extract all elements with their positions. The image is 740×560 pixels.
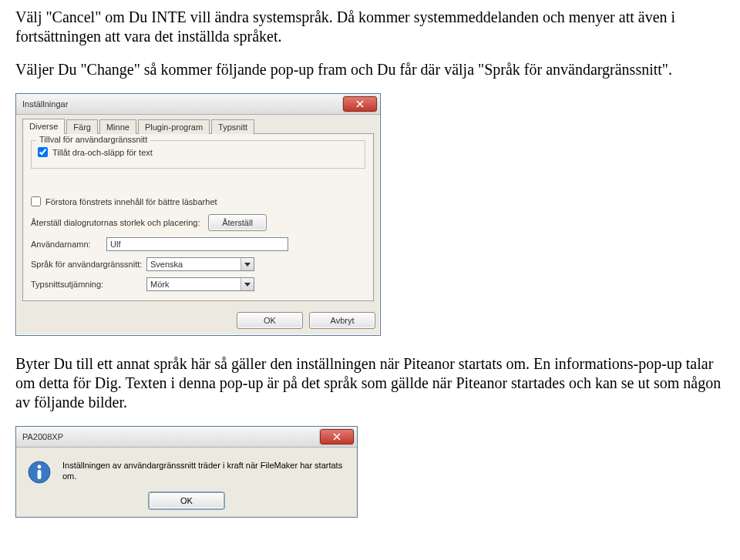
cancel-button[interactable]: Avbryt [309, 312, 375, 329]
ui-lang-value: Svenska [147, 260, 240, 269]
tab-minne[interactable]: Minne [99, 119, 136, 134]
close-icon [356, 100, 364, 108]
tab-strip: Diverse Färg Minne Plugin-program Typsni… [22, 118, 374, 134]
checkbox-drag-drop[interactable] [38, 147, 48, 157]
checkbox-drag-label: Tillåt dra-och-släpp för text [52, 148, 153, 157]
reset-label: Återställ dialogrutornas storlek och pla… [31, 218, 208, 227]
settings-dialog: Inställningar Diverse Färg Minne Plugin-… [15, 93, 381, 336]
paragraph-2: Väljer Du "Change" så kommer följande po… [15, 60, 725, 79]
group-title: Tillval för användargränssnitt [36, 135, 150, 144]
font-smoothing-value: Mörk [147, 280, 240, 289]
tab-farg[interactable]: Färg [66, 119, 98, 134]
close-icon [333, 433, 341, 441]
checkbox-enlarge[interactable] [31, 196, 41, 206]
ui-lang-label: Språk för användargränssnitt: [31, 260, 146, 269]
info-message: Inställningen av användargränssnitt träd… [62, 460, 348, 482]
tab-diverse[interactable]: Diverse [22, 119, 65, 134]
tab-typsnitt[interactable]: Typsnitt [211, 119, 254, 134]
chevron-down-icon [240, 258, 254, 270]
settings-title: Inställningar [22, 99, 343, 109]
svg-point-1 [38, 465, 42, 469]
paragraph-3: Byter Du till ett annat språk här så gäl… [15, 354, 725, 412]
settings-titlebar: Inställningar [16, 94, 380, 115]
tab-plugin[interactable]: Plugin-program [138, 119, 210, 134]
chevron-down-icon [240, 278, 254, 290]
svg-rect-2 [38, 470, 42, 479]
info-title: PA2008XP [22, 432, 320, 441]
font-smoothing-select[interactable]: Mörk [146, 277, 254, 291]
info-ok-button[interactable]: OK [149, 492, 224, 509]
ui-options-group: Tillval för användargränssnitt Tillåt dr… [31, 140, 365, 169]
font-smoothing-label: Typsnittsutjämning: [31, 280, 146, 289]
reset-button[interactable]: Återställ [208, 214, 267, 231]
username-label: Användarnamn: [31, 240, 106, 249]
info-icon [27, 460, 52, 485]
dialog-button-row: OK Avbryt [16, 306, 380, 335]
paragraph-1: Välj "Cancel" om Du INTE vill ändra syst… [15, 8, 725, 46]
info-titlebar: PA2008XP [16, 427, 357, 448]
close-button[interactable] [320, 429, 354, 444]
checkbox-enlarge-label: Förstora fönstrets innehåll för bättre l… [45, 197, 217, 206]
ok-button[interactable]: OK [237, 312, 303, 329]
info-dialog: PA2008XP Inställningen av användargränss… [15, 426, 358, 518]
close-button[interactable] [343, 96, 377, 112]
username-input[interactable]: Ulf [106, 237, 288, 251]
ui-lang-select[interactable]: Svenska [146, 257, 254, 271]
